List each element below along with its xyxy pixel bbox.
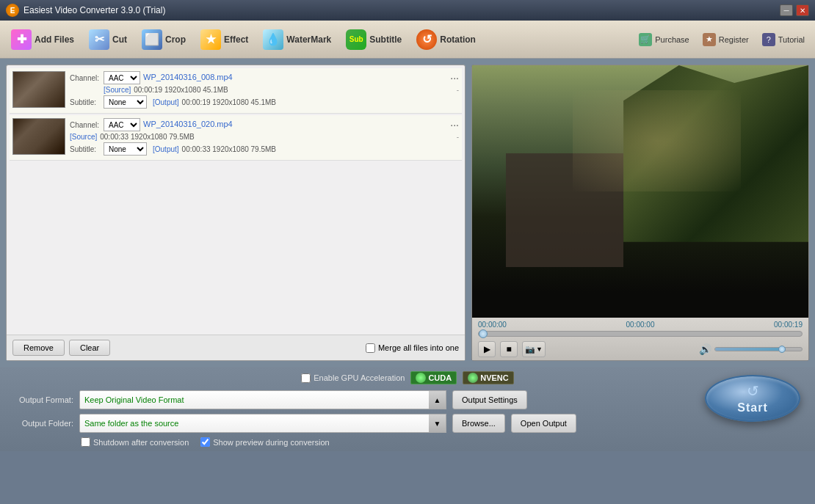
stop-button[interactable]: ■	[500, 341, 518, 357]
volume-fill	[715, 348, 780, 351]
subtitle-select-2[interactable]: NoneEnglish	[104, 142, 147, 156]
start-label: Start	[737, 401, 767, 414]
register-label: Register	[719, 35, 749, 44]
format-select[interactable]: Keep Original Video Format	[79, 390, 446, 409]
subtitle-label-1: Subtitle:	[70, 98, 101, 106]
output-settings-button[interactable]: Output Settings	[452, 390, 527, 409]
file-metadata: Channel: AACMP3None WP_20140316_008.mp4 …	[70, 71, 459, 110]
crop-button[interactable]: ⬜ Crop	[135, 25, 192, 54]
file-thumbnail	[12, 118, 65, 155]
shutdown-checkbox[interactable]	[81, 437, 90, 447]
file-name-2: WP_20140316_020.mp4	[143, 120, 447, 128]
output-info-2: 00:00:33 1920x1080 79.5MB	[182, 145, 276, 153]
merge-checkbox[interactable]	[366, 343, 375, 353]
table-row[interactable]: Channel: AACMP3None WP_20140316_020.mp4 …	[10, 115, 462, 161]
minimize-button[interactable]: ─	[780, 4, 793, 16]
rotation-button[interactable]: ↺ Rotation	[410, 25, 482, 54]
gpu-acceleration-checkbox[interactable]	[301, 373, 311, 383]
file-metadata: Channel: AACMP3None WP_20140316_020.mp4 …	[70, 118, 459, 157]
volume-thumb	[778, 346, 786, 353]
gpu-row: Enable GPU Acceleration CUDA NVENC	[7, 371, 808, 384]
file-panel: Channel: AACMP3None WP_20140316_008.mp4 …	[6, 65, 466, 361]
cut-icon: ✂	[89, 29, 109, 50]
screenshot-button[interactable]: 📷 ▼	[522, 341, 546, 357]
open-output-button[interactable]: Open Output	[511, 414, 576, 433]
add-files-icon: ✚	[11, 29, 32, 50]
format-label: Output Format:	[7, 395, 73, 404]
window-controls: ─ ✕	[780, 4, 809, 16]
cuda-icon	[416, 373, 426, 383]
camera-dropdown: ▼	[536, 346, 543, 353]
cuda-label: CUDA	[428, 373, 452, 382]
close-button[interactable]: ✕	[796, 4, 809, 16]
purchase-icon: 🛒	[639, 33, 652, 46]
merge-label: Merge all files into one	[378, 343, 459, 352]
source-tag-2: [Source]	[70, 133, 97, 141]
volume-icon: 🔊	[699, 343, 711, 355]
folder-label: Output Folder:	[7, 419, 73, 428]
subtitle-button[interactable]: Sub Subtitle	[339, 25, 408, 54]
watermark-icon: 💧	[263, 29, 283, 50]
source-tag: [Source]	[104, 86, 131, 94]
channel-label-2: Channel:	[70, 121, 101, 129]
file-more-icon-2[interactable]: ···	[450, 119, 459, 131]
clear-button[interactable]: Clear	[69, 340, 110, 356]
add-files-button[interactable]: ✚ Add Files	[4, 25, 81, 54]
watermark-button[interactable]: 💧 WaterMark	[256, 25, 338, 54]
tutorial-icon: ?	[762, 33, 775, 46]
start-button[interactable]: ↺ Start	[705, 375, 800, 422]
effect-label: Effect	[224, 34, 248, 45]
format-select-wrapper: Keep Original Video Format ▲	[79, 390, 446, 409]
folder-dropdown-arrow[interactable]: ▼	[429, 414, 446, 433]
progress-thumb	[479, 329, 488, 338]
merge-checkbox-wrapper: Merge all files into one	[366, 343, 459, 353]
channel-select-2[interactable]: AACMP3None	[104, 118, 140, 131]
preview-panel: 00:00:00 00:00:00 00:00:19 ▶ ■ 📷 ▼ 🔊	[471, 65, 809, 361]
preview-checkbox[interactable]	[200, 437, 210, 447]
app-title: Easiest Video Converter 3.9.0 (Trial)	[23, 5, 780, 15]
start-icon: ↺	[747, 382, 759, 400]
volume-slider[interactable]	[714, 347, 803, 351]
remove-button[interactable]: Remove	[12, 340, 65, 356]
rotation-icon: ↺	[416, 29, 437, 50]
file-actions: Remove Clear Merge all files into one	[7, 335, 465, 360]
folder-select[interactable]: Same folder as the source	[79, 414, 446, 433]
shutdown-option: Shutdown after conversion	[81, 437, 189, 447]
source-info: 00:00:19 1920x1080 45.1MB	[134, 86, 228, 94]
time-current: 00:00:00	[478, 321, 507, 329]
progress-bar[interactable]	[478, 331, 803, 337]
time-mid: 00:00:00	[626, 321, 655, 329]
control-row: ▶ ■ 📷 ▼ 🔊	[478, 341, 803, 357]
watermark-label: WaterMark	[286, 34, 331, 45]
effect-button[interactable]: ★ Effect	[194, 25, 255, 54]
bottom-area: Enable GPU Acceleration CUDA NVENC Outpu…	[0, 367, 815, 451]
effect-icon: ★	[200, 29, 221, 50]
app-icon: E	[6, 4, 19, 17]
output-format-row: Output Format: Keep Original Video Forma…	[7, 390, 808, 409]
file-thumbnail	[12, 71, 65, 108]
channel-select[interactable]: AACMP3None	[104, 71, 140, 84]
format-dropdown-arrow[interactable]: ▲	[429, 390, 446, 409]
title-bar: E Easiest Video Converter 3.9.0 (Trial) …	[0, 0, 815, 21]
table-row[interactable]: Channel: AACMP3None WP_20140316_008.mp4 …	[10, 68, 462, 114]
tutorial-button[interactable]: ? Tutorial	[756, 30, 811, 49]
purchase-button[interactable]: 🛒 Purchase	[633, 30, 695, 49]
preview-label: Show preview during conversion	[213, 438, 329, 447]
output-tag-2: [Output]	[153, 145, 179, 153]
toolbar: ✚ Add Files ✂ Cut ⬜ Crop ★ Effect 💧 Wate…	[0, 21, 815, 59]
channel-label: Channel:	[70, 74, 101, 82]
browse-button[interactable]: Browse...	[452, 414, 505, 433]
play-button[interactable]: ▶	[478, 341, 496, 357]
register-button[interactable]: ★ Register	[697, 30, 755, 49]
time-end: 00:00:19	[774, 321, 803, 329]
options-row: Shutdown after conversion Show preview d…	[7, 437, 808, 447]
start-button-area: ↺ Start	[705, 375, 800, 422]
cut-button[interactable]: ✂ Cut	[82, 25, 134, 54]
time-display: 00:00:00 00:00:00 00:00:19	[478, 321, 803, 329]
subtitle-select[interactable]: NoneEnglish	[104, 95, 147, 109]
volume-area: 🔊	[699, 343, 803, 355]
file-more-icon[interactable]: ···	[450, 72, 459, 84]
register-icon: ★	[703, 33, 716, 46]
crop-icon: ⬜	[142, 29, 162, 50]
output-folder-row: Output Folder: Same folder as the source…	[7, 414, 808, 433]
